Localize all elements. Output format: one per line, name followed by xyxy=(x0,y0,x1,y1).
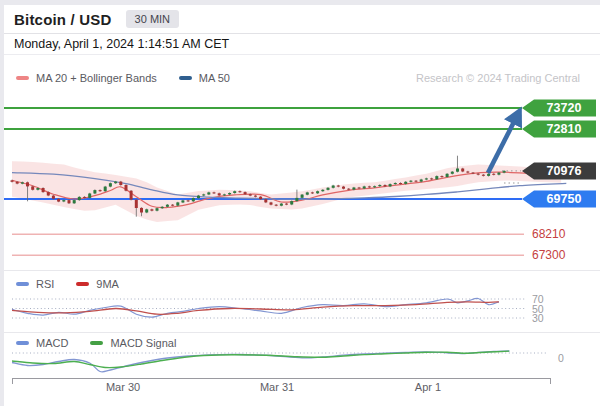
svg-text:69750: 69750 xyxy=(547,192,582,206)
header: Bitcoin / USD 30 MIN xyxy=(4,5,600,34)
rsi-line xyxy=(12,298,499,317)
svg-text:67300: 67300 xyxy=(532,248,566,262)
price-badges: 73720728107097669750 xyxy=(522,100,596,208)
macd-swatch-icon xyxy=(16,341,29,345)
up-arrow xyxy=(488,114,518,173)
macd-zero-label: 0 xyxy=(558,352,564,364)
legend-label: RSI xyxy=(36,278,54,290)
ma20-bollinger-swatch-icon xyxy=(16,76,29,80)
timeframe-badge[interactable]: 30 MIN xyxy=(126,10,179,28)
pane-separator xyxy=(4,332,600,333)
x-tick-mar31: Mar 31 xyxy=(260,381,294,393)
x-tick-apr1: Apr 1 xyxy=(415,381,441,393)
symbol-title: Bitcoin / USD xyxy=(14,11,112,28)
macd-line xyxy=(12,351,509,372)
ma50-swatch-icon xyxy=(179,76,192,80)
rsi-pane xyxy=(4,293,600,333)
macd-signal-line xyxy=(12,351,509,368)
research-watermark: Research © 2024 Trading Central xyxy=(416,72,580,84)
page: Bitcoin / USD 30 MIN Monday, April 1, 20… xyxy=(0,0,600,406)
chart-card: Bitcoin / USD 30 MIN Monday, April 1, 20… xyxy=(4,5,600,406)
legend-label: MA 50 xyxy=(199,72,230,84)
rsi-level-30-label: 30 xyxy=(532,312,544,324)
rsi-swatch-icon xyxy=(16,282,29,286)
rsi-9ma-line xyxy=(12,302,499,315)
legend-item-ma20-bollinger: MA 20 + Bollinger Bands xyxy=(16,72,157,84)
legend-item-rsi: RSI xyxy=(16,278,54,290)
main-price-chart: 682106730073720728107097669750 xyxy=(4,90,600,270)
date-line: Monday, April 1, 2024 1:14:51 AM CET xyxy=(4,34,600,55)
macd-pane xyxy=(4,347,600,378)
main-chart-legend: MA 20 + Bollinger Bands MA 50 Research ©… xyxy=(16,71,580,85)
svg-text:68210: 68210 xyxy=(532,227,566,241)
x-tick-mar30: Mar 30 xyxy=(106,381,140,393)
macd-signal-swatch-icon xyxy=(90,341,103,345)
rsi-legend: RSI 9MA xyxy=(16,277,580,291)
rsi-9ma-swatch-icon xyxy=(76,282,89,286)
legend-item-9ma: 9MA xyxy=(76,278,119,290)
legend-item-ma50: MA 50 xyxy=(179,72,230,84)
svg-text:72810: 72810 xyxy=(547,122,582,136)
svg-text:73720: 73720 xyxy=(547,101,582,115)
svg-text:70976: 70976 xyxy=(547,164,582,178)
legend-label: 9MA xyxy=(96,278,119,290)
legend-label: MA 20 + Bollinger Bands xyxy=(36,72,157,84)
pane-separator xyxy=(4,270,600,271)
